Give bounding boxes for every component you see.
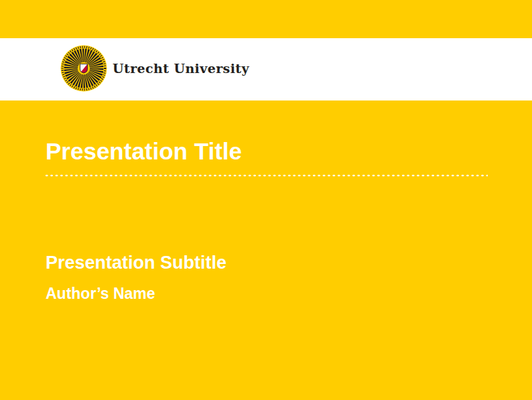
- title-slide: Utrecht University Presentation Title Pr…: [0, 0, 532, 400]
- title-underline-dots: [44, 174, 488, 178]
- author-name: Author’s Name: [46, 286, 155, 302]
- utrecht-university-sun-logo: [60, 45, 107, 92]
- university-wordmark: Utrecht University: [113, 62, 249, 75]
- presentation-title: Presentation Title: [46, 139, 242, 163]
- logo-band: Utrecht University: [0, 38, 532, 101]
- presentation-subtitle: Presentation Subtitle: [46, 254, 226, 272]
